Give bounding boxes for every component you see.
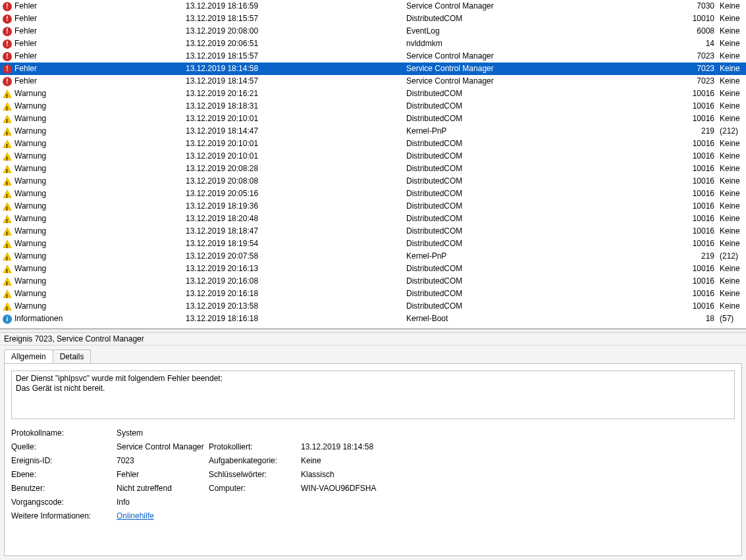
- value-logged: 13.12.2019 18:14:58: [301, 442, 735, 451]
- warning-icon: [3, 240, 12, 248]
- table-row[interactable]: Fehler13.12.2019 18:14:58Service Control…: [0, 63, 746, 75]
- cell-date: 13.12.2019 18:15:57: [186, 50, 406, 63]
- cell-level: Warnung: [3, 188, 186, 200]
- level-text: Warnung: [14, 163, 46, 175]
- warning-icon: [3, 89, 12, 98]
- cell-level: Warnung: [3, 88, 186, 100]
- label-opcode: Vorgangscode:: [11, 497, 117, 507]
- cell-task: Keine: [720, 63, 746, 75]
- level-text: Fehler: [14, 75, 37, 88]
- label-log-name: Protokollname:: [11, 428, 117, 438]
- tab-general-body: Der Dienst "iphlpsvc" wurde mit folgende…: [4, 363, 742, 556]
- cell-task: (57): [720, 313, 746, 325]
- value-computer: WIN-VAOU96DFSHA: [301, 484, 735, 493]
- event-list[interactable]: Fehler13.12.2019 18:16:59Service Control…: [0, 0, 746, 329]
- error-icon: [3, 64, 12, 74]
- table-row[interactable]: Fehler13.12.2019 20:08:00EventLog6008Kei…: [0, 25, 746, 38]
- tab-general[interactable]: Allgemein: [4, 349, 53, 363]
- cell-date: 13.12.2019 20:07:58: [186, 250, 406, 263]
- warning-icon: [3, 115, 12, 123]
- cell-date: 13.12.2019 18:14:58: [186, 63, 406, 75]
- level-text: Warnung: [14, 113, 46, 125]
- table-row[interactable]: Fehler13.12.2019 18:14:57Service Control…: [0, 75, 746, 88]
- cell-date: 13.12.2019 18:20:48: [186, 213, 406, 225]
- error-icon: [3, 14, 12, 24]
- table-row[interactable]: Warnung13.12.2019 20:16:13DistributedCOM…: [0, 263, 746, 275]
- table-row[interactable]: Warnung13.12.2019 20:08:08DistributedCOM…: [0, 175, 746, 188]
- table-row[interactable]: Warnung13.12.2019 20:16:18DistributedCOM…: [0, 288, 746, 300]
- cell-event-id: 10016: [692, 100, 720, 113]
- cell-task: Keine: [720, 263, 746, 275]
- cell-source: DistributedCOM: [406, 113, 692, 125]
- label-user: Benutzer:: [11, 484, 117, 493]
- table-row[interactable]: Warnung13.12.2019 18:18:47DistributedCOM…: [0, 225, 746, 238]
- online-help-link[interactable]: Onlinehilfe: [117, 511, 154, 521]
- table-row[interactable]: Warnung13.12.2019 20:07:58Kernel-PnP219(…: [0, 250, 746, 263]
- cell-level: Fehler: [3, 0, 186, 13]
- level-text: Warnung: [14, 125, 46, 138]
- warning-icon: [3, 165, 12, 173]
- level-text: Warnung: [14, 88, 46, 100]
- cell-task: Keine: [720, 225, 746, 238]
- table-row[interactable]: Warnung13.12.2019 20:16:21DistributedCOM…: [0, 88, 746, 100]
- message-line-1: Der Dienst "iphlpsvc" wurde mit folgende…: [16, 374, 730, 384]
- table-row[interactable]: Warnung13.12.2019 20:08:28DistributedCOM…: [0, 163, 746, 175]
- table-row[interactable]: Warnung13.12.2019 18:18:31DistributedCOM…: [0, 100, 746, 113]
- cell-event-id: 10016: [692, 113, 720, 125]
- value-level: Fehler: [117, 470, 209, 479]
- table-row[interactable]: Warnung13.12.2019 18:20:48DistributedCOM…: [0, 213, 746, 225]
- cell-source: DistributedCOM: [406, 200, 692, 213]
- cell-level: Fehler: [3, 50, 186, 63]
- table-row[interactable]: Warnung13.12.2019 20:10:01DistributedCOM…: [0, 113, 746, 125]
- cell-task: Keine: [720, 275, 746, 288]
- cell-level: Warnung: [3, 238, 186, 250]
- tab-details[interactable]: Details: [53, 349, 92, 363]
- table-row[interactable]: Warnung13.12.2019 20:05:16DistributedCOM…: [0, 188, 746, 200]
- label-level: Ebene:: [11, 470, 117, 479]
- table-row[interactable]: Fehler13.12.2019 18:16:59Service Control…: [0, 0, 746, 13]
- value-user: Nicht zutreffend: [117, 484, 209, 493]
- cell-date: 13.12.2019 18:18:31: [186, 100, 406, 113]
- cell-date: 13.12.2019 20:16:18: [186, 288, 406, 300]
- table-row[interactable]: Warnung13.12.2019 18:19:36DistributedCOM…: [0, 200, 746, 213]
- cell-level: Warnung: [3, 275, 186, 288]
- table-row[interactable]: Fehler13.12.2019 18:15:57Service Control…: [0, 50, 746, 63]
- value-opcode: Info: [117, 497, 735, 507]
- cell-date: 13.12.2019 20:05:16: [186, 188, 406, 200]
- table-row[interactable]: Warnung13.12.2019 18:14:47Kernel-PnP219(…: [0, 125, 746, 138]
- cell-source: DistributedCOM: [406, 263, 692, 275]
- value-log-name: System: [117, 428, 735, 438]
- detail-grid: Protokollname: System Quelle: Service Co…: [11, 428, 735, 521]
- table-row[interactable]: Warnung13.12.2019 20:10:01DistributedCOM…: [0, 138, 746, 150]
- cell-level: Warnung: [3, 250, 186, 263]
- cell-event-id: 10010: [692, 13, 720, 25]
- cell-date: 13.12.2019 18:14:47: [186, 125, 406, 138]
- cell-task: Keine: [720, 113, 746, 125]
- cell-event-id: 10016: [692, 213, 720, 225]
- level-text: Warnung: [14, 275, 46, 288]
- level-text: Warnung: [14, 138, 46, 150]
- cell-level: Warnung: [3, 150, 186, 163]
- cell-task: (212): [720, 250, 746, 263]
- table-row[interactable]: Warnung13.12.2019 20:16:08DistributedCOM…: [0, 275, 746, 288]
- table-row[interactable]: Warnung13.12.2019 20:10:01DistributedCOM…: [0, 150, 746, 163]
- table-row[interactable]: Warnung13.12.2019 20:13:58DistributedCOM…: [0, 300, 746, 313]
- cell-date: 13.12.2019 20:08:08: [186, 175, 406, 188]
- table-row[interactable]: Fehler13.12.2019 20:06:51nvlddmkm14Keine: [0, 38, 746, 50]
- cell-source: DistributedCOM: [406, 213, 692, 225]
- cell-source: Kernel-Boot: [406, 313, 692, 325]
- cell-event-id: 10016: [692, 300, 720, 313]
- cell-event-id: 10016: [692, 275, 720, 288]
- tabs-bar: Allgemein Details: [0, 345, 746, 363]
- cell-level: Fehler: [3, 25, 186, 38]
- cell-event-id: 10016: [692, 188, 720, 200]
- table-row[interactable]: Informationen13.12.2019 18:16:18Kernel-B…: [0, 313, 746, 325]
- cell-event-id: 7023: [692, 63, 720, 75]
- table-row[interactable]: Warnung13.12.2019 18:19:54DistributedCOM…: [0, 238, 746, 250]
- cell-task: Keine: [720, 238, 746, 250]
- cell-event-id: 14: [692, 38, 720, 50]
- cell-task: Keine: [720, 38, 746, 50]
- warning-icon: [3, 215, 12, 223]
- level-text: Warnung: [14, 225, 46, 238]
- table-row[interactable]: Fehler13.12.2019 18:15:57DistributedCOM1…: [0, 13, 746, 25]
